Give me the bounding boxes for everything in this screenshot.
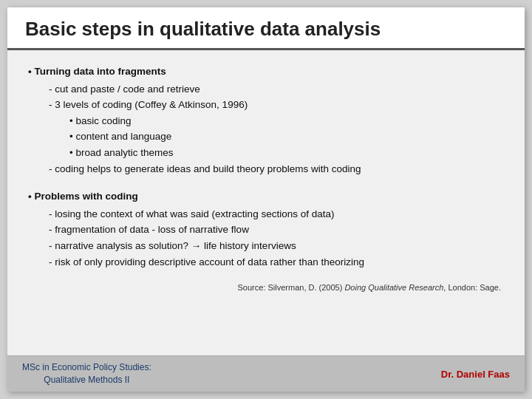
source-citation: Source: Silverman, D. (2005) Doing Quali…: [28, 282, 504, 295]
section1-main: Turning data into fragments: [28, 64, 504, 80]
section1-line1: - cut and paste / code and retrieve: [49, 81, 504, 98]
footer-left: MSc in Economic Policy Studies: Qualitat…: [22, 361, 151, 386]
section2-line1: - losing the context of what was said (e…: [49, 206, 504, 222]
sub-bullet-content: content and language: [69, 129, 504, 145]
slide-footer: MSc in Economic Policy Studies: Qualitat…: [7, 355, 525, 392]
slide-header: Basic steps in qualitative data analysis: [7, 7, 525, 50]
source-text-after: , London: Sage.: [443, 283, 501, 292]
arrow-icon: →: [191, 240, 202, 251]
sub-bullet-basic: basic coding: [69, 113, 504, 129]
section1-line-after: - coding helps to generate ideas and bui…: [49, 161, 504, 177]
slide-body: Turning data into fragments - cut and pa…: [7, 50, 525, 355]
section-problems: Problems with coding - losing the contex…: [28, 188, 504, 270]
source-text-normal: Source: Silverman, D. (2005): [238, 283, 345, 292]
source-text-italic: Doing Qualitative Research: [344, 283, 443, 292]
footer-left-line1: MSc in Economic Policy Studies:: [22, 361, 151, 374]
section-turning-data: Turning data into fragments - cut and pa…: [28, 64, 504, 177]
slide-title: Basic steps in qualitative data analysis: [25, 18, 507, 41]
section2-line2: - fragmentation of data - loss of narrat…: [49, 222, 504, 238]
footer-right: Dr. Daniel Faas: [441, 369, 510, 380]
footer-left-line2: Qualitative Methods II: [22, 374, 151, 386]
slide: Basic steps in qualitative data analysis…: [7, 7, 525, 392]
section2-line3: - narrative analysis as solution? → life…: [49, 238, 504, 254]
section2-line4: - risk of only providing descriptive acc…: [49, 254, 504, 270]
section2-main: Problems with coding: [28, 188, 504, 205]
section1-line2: - 3 levels of coding (Coffey & Atkinson,…: [49, 97, 504, 113]
sub-bullet-broad: broad analytic themes: [69, 145, 504, 161]
